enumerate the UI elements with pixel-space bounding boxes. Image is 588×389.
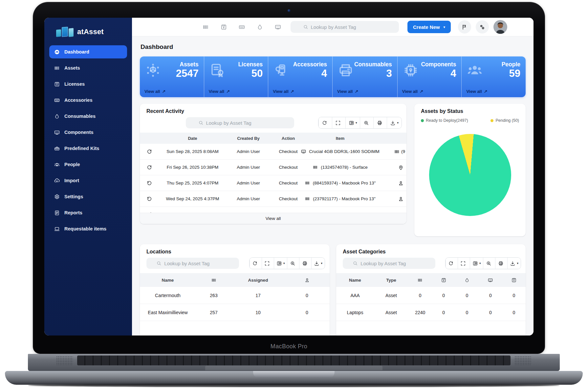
components-quick-icon[interactable] — [274, 24, 281, 31]
search-icon — [303, 24, 308, 30]
location-people-count: 0 — [284, 310, 330, 315]
view-all-link[interactable]: View all ↗ — [144, 89, 199, 94]
download-icon[interactable]: ▾ — [387, 117, 402, 128]
download-icon[interactable]: ▾ — [507, 258, 521, 269]
table-toolbar: ▾ — [249, 257, 325, 269]
recent-activity-search-input[interactable] — [206, 120, 282, 126]
sidebar-item-label: Accessories — [64, 97, 92, 103]
view-all-link[interactable]: View all ↗ — [337, 89, 392, 94]
stat-label: Consumables — [354, 61, 392, 68]
activity-row[interactable]: Fri Sep 26, 2025 10:38PM Admin User Chec… — [140, 160, 406, 175]
sidebar-item[interactable]: Dashboard — [49, 45, 127, 58]
licenses-icon — [54, 81, 60, 87]
locations-panel: Locations — [140, 244, 330, 335]
components-chip-icon — [402, 62, 419, 79]
category-row[interactable]: AAA Asset 0 0 0 0 0 — [336, 287, 526, 304]
activity-created-by: Admin User — [226, 165, 271, 170]
locations-search-input[interactable] — [164, 261, 229, 266]
refresh-icon[interactable] — [446, 258, 458, 269]
recent-activity-view-all[interactable]: View all — [140, 213, 406, 224]
asset-categories-search[interactable] — [343, 258, 435, 269]
columns-icon[interactable]: ▾ — [274, 258, 287, 269]
stat-value: 50 — [238, 68, 263, 79]
fullscreen-icon[interactable] — [332, 117, 345, 128]
flag-button[interactable] — [458, 20, 471, 33]
sidebar-item[interactable]: Reports — [49, 206, 127, 219]
activity-created-by: Admin User — [226, 196, 271, 201]
location-row[interactable]: East Maximillieview 257 10 0 — [140, 304, 330, 321]
sidebar-item[interactable]: Settings — [49, 190, 127, 203]
sidebar-item[interactable]: Accessories — [49, 94, 127, 107]
zoom-in-icon[interactable] — [483, 258, 495, 269]
accessories-quick-icon[interactable] — [238, 24, 245, 31]
sidebar-item-label: Reports — [64, 210, 82, 215]
license-badge-icon — [209, 62, 226, 79]
recent-activity-title: Recent Activity — [140, 104, 406, 117]
table-toolbar: ▾ — [445, 257, 521, 269]
components-icon — [54, 129, 60, 136]
consumables-quick-icon[interactable] — [256, 24, 263, 31]
admin-settings-button[interactable] — [476, 20, 489, 33]
sidebar-menu: Dashboard Assets Licenses Access — [44, 43, 132, 237]
sidebar-item[interactable]: Consumables — [49, 110, 127, 123]
assets-quick-icon[interactable] — [202, 24, 209, 31]
sidebar-item-label: Settings — [64, 194, 83, 199]
licenses-quick-icon[interactable] — [220, 24, 227, 31]
user-avatar[interactable] — [493, 20, 507, 34]
location-row[interactable]: Cartermouth 263 17 0 — [140, 287, 330, 304]
print-icon[interactable] — [299, 258, 311, 269]
legend-item: Pending (50) — [490, 118, 519, 123]
global-search-input[interactable] — [311, 24, 387, 30]
columns-icon[interactable]: ▾ — [345, 117, 360, 128]
sidebar-item[interactable]: Import — [49, 174, 127, 187]
people-icon — [54, 162, 60, 168]
download-icon[interactable]: ▾ — [311, 258, 325, 269]
activity-row[interactable]: Wed Sep 24, 2025 4:37PM Admin User Check… — [140, 191, 406, 207]
sidebar-item-label: Dashboard — [64, 49, 89, 54]
zoom-in-icon[interactable] — [287, 258, 299, 269]
view-all-link[interactable]: View all ↗ — [209, 89, 263, 94]
view-all-link[interactable]: View all ↗ — [466, 89, 520, 94]
asset-categories-search-input[interactable] — [360, 261, 425, 266]
asset-barcode-icon — [313, 164, 318, 170]
barcode-icon — [394, 149, 400, 155]
print-icon[interactable] — [373, 117, 387, 128]
activity-action: Checkout — [271, 181, 306, 185]
view-all-link[interactable]: View all ↗ — [402, 89, 456, 94]
stat-value: 4 — [421, 68, 456, 79]
sidebar-item[interactable]: Requestable items — [49, 222, 127, 235]
fullscreen-icon[interactable] — [262, 258, 274, 269]
create-new-button[interactable]: Create New ▾ — [407, 21, 451, 33]
activity-row[interactable]: Sun Sep 28, 2025 8:08AM Admin User Check… — [140, 144, 406, 160]
category-row[interactable]: Laptops Asset 2240 0 0 0 0 — [336, 304, 526, 321]
sidebar-item[interactable]: Licenses — [49, 77, 127, 91]
recent-activity-search[interactable] — [186, 117, 294, 128]
activity-row[interactable]: Thu Sep 25, 2025 4:07PM Admin User Check… — [140, 175, 406, 191]
zoom-in-icon[interactable] — [360, 117, 373, 128]
refresh-icon[interactable] — [318, 117, 332, 128]
sidebar-item[interactable]: People — [49, 158, 127, 171]
consumables-icon — [54, 113, 60, 119]
recent-activity-panel: Recent Activity — [140, 104, 406, 224]
print-icon[interactable] — [495, 258, 507, 269]
status-pie-chart — [429, 134, 511, 216]
fullscreen-icon[interactable] — [458, 258, 470, 269]
sidebar-item[interactable]: Predefined Kits — [49, 142, 127, 155]
stat-card: Assets 2547 View all ↗ — [140, 56, 204, 97]
location-assigned-count: 10 — [232, 310, 284, 315]
external-arrow-icon: ↗ — [355, 89, 358, 94]
asset-categories-rows: AAA Asset 0 0 0 0 0 Laptops A — [336, 287, 526, 321]
sidebar-item-label: Predefined Kits — [64, 146, 99, 151]
sidebar-item[interactable]: Assets — [49, 61, 127, 75]
columns-icon[interactable]: ▾ — [470, 258, 483, 269]
global-search[interactable] — [291, 21, 399, 33]
sidebar-item-label: Licenses — [64, 81, 85, 87]
locations-search[interactable] — [146, 258, 239, 269]
sidebar-item[interactable]: Components — [49, 126, 127, 139]
view-all-link[interactable]: View all ↗ — [273, 89, 327, 94]
checkin-undo-icon — [146, 196, 152, 202]
legend-dot — [421, 119, 424, 122]
component-icon — [301, 149, 306, 154]
refresh-icon[interactable] — [250, 258, 262, 269]
license-column-icon — [441, 277, 446, 283]
